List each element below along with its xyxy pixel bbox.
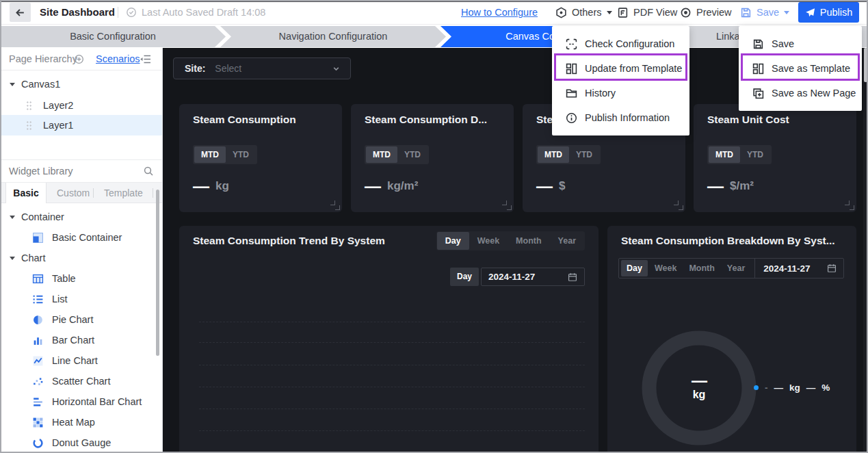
period-day[interactable]: Day (437, 232, 469, 250)
resize-handle-icon[interactable] (335, 205, 340, 210)
group-chart[interactable]: Chart (0, 248, 162, 268)
sidebar-scrollbar[interactable] (156, 190, 159, 356)
ytd-segment[interactable]: YTD (226, 146, 256, 163)
widget-heat-map[interactable]: Heat Map (0, 412, 162, 432)
save-dropdown-button[interactable]: Save (740, 0, 789, 25)
period-month[interactable]: Month (508, 232, 549, 250)
period-month[interactable]: Month (683, 260, 720, 276)
table-icon (32, 273, 44, 285)
widget-bar-chart[interactable]: Bar Chart (0, 330, 162, 350)
page-hierarchy-title: Page Hierarchy (9, 48, 77, 70)
tab-custom[interactable]: Custom (57, 183, 90, 203)
date-picker[interactable]: 2024-11-27 (481, 268, 585, 286)
scenarios-link[interactable]: Scenarios (96, 48, 140, 70)
tree-node-layer2[interactable]: Layer2 (0, 95, 162, 116)
gauge-center-value: — kg (658, 374, 740, 402)
resize-handle-icon[interactable] (679, 205, 683, 210)
resize-handle-icon[interactable] (507, 205, 512, 210)
canvas-scrollbar-track[interactable] (863, 48, 868, 453)
preview-button[interactable]: Preview (680, 0, 732, 25)
calendar-icon[interactable] (827, 263, 837, 273)
autosave-status: Last Auto Saved Draft 14:08 (126, 0, 265, 25)
resize-handle-icon[interactable] (330, 200, 335, 205)
period-year[interactable]: Year (722, 260, 750, 276)
mtd-segment[interactable]: MTD (366, 146, 397, 163)
ytd-segment[interactable]: YTD (740, 146, 770, 163)
tree-expand-caret-icon[interactable] (10, 83, 15, 86)
tab-basic[interactable]: Basic (5, 183, 47, 203)
widget-basic-container[interactable]: Basic Container (0, 227, 162, 248)
tab-template[interactable]: Template (104, 183, 143, 203)
step-navigation-configuration[interactable]: Navigation Configuration (220, 26, 446, 47)
widget-scatter-chart[interactable]: Scatter Chart (0, 371, 162, 391)
drag-handle-icon[interactable] (26, 101, 32, 110)
kpi-card-steam-consumption-density[interactable]: Steam Consumption D... MTD YTD — kg/m² (351, 104, 514, 212)
back-button[interactable] (10, 3, 31, 22)
period-day[interactable]: Day (621, 260, 648, 276)
kpi-card-steam-consumption[interactable]: Steam Consumption MTD YTD — kg (179, 104, 342, 212)
publish-button[interactable]: Publish (798, 2, 859, 23)
kpi-card-steam-unit-cost[interactable]: Steam Unit Cost MTD YTD — $/m² (694, 104, 856, 212)
widget-table[interactable]: Table (0, 268, 162, 289)
period-week[interactable]: Week (649, 260, 682, 276)
tree-expand-caret-icon[interactable] (10, 257, 15, 260)
widget-list[interactable]: List (0, 289, 162, 309)
calendar-icon (568, 272, 577, 282)
kpi-value-dash: — (193, 178, 209, 194)
mtd-segment[interactable]: MTD (194, 146, 226, 163)
widget-pie-chart[interactable]: Pie Chart (0, 309, 162, 330)
ytd-segment[interactable]: YTD (397, 146, 428, 163)
widget-donut-gauge[interactable]: Donut Gauge (0, 432, 162, 453)
canvas-scrollbar-thumb[interactable] (864, 48, 867, 82)
legend-value-dash: — (774, 383, 784, 393)
app-window: Site Dashboard Last Auto Saved Draft 14:… (0, 0, 868, 453)
menu-item-save-as-new-page[interactable]: Save as New Page (739, 81, 862, 105)
ytd-segment[interactable]: YTD (569, 146, 599, 163)
trend-chart-panel[interactable]: Steam Consumption Trend By System Day We… (179, 226, 599, 453)
menu-item-save-as-template[interactable]: Save as Template (739, 56, 862, 81)
date-value[interactable]: 2024-11-27 (763, 263, 810, 274)
tree-node-layer1-selected[interactable]: Layer1 (0, 115, 162, 135)
menu-item-save[interactable]: Save (739, 31, 862, 56)
scatter-chart-icon (32, 376, 44, 387)
widget-library-title: Widget Library (9, 166, 73, 177)
mtd-segment[interactable]: MTD (538, 146, 569, 163)
collapse-panel-icon[interactable] (140, 54, 151, 64)
tree-expand-caret-icon[interactable] (10, 216, 15, 219)
menu-item-check-configuration[interactable]: Check Configuration (552, 31, 689, 56)
caret-down-icon (784, 11, 789, 14)
group-container[interactable]: Container (0, 207, 162, 227)
preview-eye-icon (680, 7, 692, 18)
info-icon (566, 112, 577, 124)
kpi-value-dash: — (536, 178, 552, 194)
pdf-view-button[interactable]: PDF View (617, 0, 677, 25)
widget-horizontal-bar-chart[interactable]: Horizontal Bar Chart (0, 391, 162, 412)
others-label: Others (572, 7, 602, 18)
menu-item-history[interactable]: History (552, 81, 689, 105)
others-dropdown-button[interactable]: Others (555, 0, 612, 25)
drag-handle-icon[interactable] (26, 120, 32, 130)
period-year[interactable]: Year (550, 232, 584, 250)
mtd-segment[interactable]: MTD (709, 146, 740, 163)
resize-handle-icon[interactable] (674, 200, 679, 205)
resize-handle-icon[interactable] (502, 200, 507, 205)
step-basic-configuration[interactable]: Basic Configuration (0, 26, 226, 47)
resize-handle-icon[interactable] (845, 200, 850, 205)
site-select[interactable]: Site: Select (173, 57, 351, 79)
tree-node-canvas1[interactable]: Canvas1 (0, 74, 162, 94)
save-floppy-icon (740, 7, 752, 18)
menu-item-publish-information[interactable]: Publish Information (552, 105, 689, 130)
resize-handle-icon[interactable] (850, 205, 854, 210)
widget-line-chart[interactable]: Line Chart (0, 350, 162, 371)
search-icon[interactable] (143, 166, 154, 177)
gridline (199, 342, 585, 343)
period-week[interactable]: Week (469, 232, 508, 250)
menu-item-update-from-template[interactable]: Update from Template (552, 56, 689, 81)
breakdown-chart-panel[interactable]: Steam Consumption Breakdown By Syst... D… (607, 226, 856, 453)
gridline (199, 365, 585, 365)
kpi-value: — $ (536, 178, 565, 194)
add-page-icon[interactable] (74, 54, 84, 64)
legend-pct-dash: — (806, 383, 816, 393)
how-to-configure-link[interactable]: How to Configure (461, 0, 538, 25)
granularity-chip[interactable]: Day (450, 268, 479, 286)
